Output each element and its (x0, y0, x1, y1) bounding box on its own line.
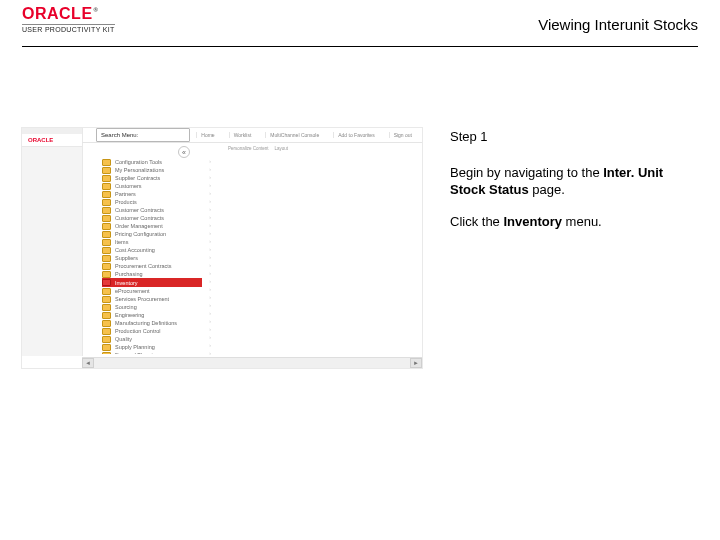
menu-item-label: Customer Contracts (115, 207, 164, 213)
brand-block: ORACLE ® USER PRODUCTIVITY KIT (22, 6, 115, 33)
menu-item[interactable]: Supply Planning (102, 343, 202, 351)
instruction-line-1: Begin by navigating to the Inter. Unit S… (450, 164, 698, 199)
tab-home[interactable]: Home (196, 132, 218, 138)
folder-icon (102, 159, 111, 166)
chevron-right-icon: › (206, 166, 214, 174)
menu-item[interactable]: Customer Contracts (102, 206, 202, 214)
menu-item-label: Supply Planning (115, 344, 155, 350)
menu-item[interactable]: Sourcing (102, 303, 202, 311)
folder-icon (102, 352, 111, 355)
horizontal-scrollbar[interactable]: ◄ ► (82, 357, 422, 368)
menu-item-label: My Personalizations (115, 167, 164, 173)
menu-item-label: Partners (115, 191, 136, 197)
chevron-right-icon: › (206, 302, 214, 310)
chevron-right-icon: › (206, 206, 214, 214)
folder-icon (102, 320, 111, 327)
search-menu-box[interactable]: Search Menu: (96, 128, 190, 142)
folder-icon (102, 207, 111, 214)
chevron-right-icon: › (206, 214, 214, 222)
content-header-links: Personalize Content Layout (222, 142, 422, 154)
folder-icon (102, 263, 111, 270)
chevron-right-icon: › (206, 158, 214, 166)
menu-item-inventory[interactable]: Inventory (102, 278, 202, 287)
menu-item-label: Order Management (115, 223, 163, 229)
nav-menu-chevrons: ››››››››››››››››››››››››››› (206, 158, 214, 354)
scroll-track[interactable] (94, 359, 410, 367)
menu-item[interactable]: Quality (102, 335, 202, 343)
menu-item[interactable]: Procurement Contracts (102, 262, 202, 270)
menu-item[interactable]: Manufacturing Definitions (102, 319, 202, 327)
menu-item[interactable]: Products (102, 198, 202, 206)
menu-item[interactable]: Cost Accounting (102, 246, 202, 254)
chevron-right-icon: › (206, 270, 214, 278)
chevron-right-icon: › (206, 310, 214, 318)
menu-item[interactable]: My Personalizations (102, 166, 202, 174)
link-personalize[interactable]: Personalize Content (228, 146, 269, 151)
menu-item[interactable]: Partners (102, 190, 202, 198)
tab-mcc[interactable]: MultiChannel Console (265, 132, 323, 138)
menu-item-label: Customer Contracts (115, 215, 164, 221)
text: page. (529, 182, 565, 197)
chevron-right-icon: › (206, 174, 214, 182)
chevron-right-icon: › (206, 230, 214, 238)
folder-icon (102, 215, 111, 222)
chevron-right-icon: › (206, 278, 214, 286)
oracle-logo-text: ORACLE (22, 6, 93, 22)
menu-item-label: Manufacturing Definitions (115, 320, 177, 326)
oracle-logo: ORACLE ® (22, 6, 115, 22)
page-title: Viewing Interunit Stocks (538, 16, 698, 33)
menu-item[interactable]: Purchasing (102, 270, 202, 278)
menu-item[interactable]: Suppliers (102, 254, 202, 262)
menu-item[interactable]: Customer Contracts (102, 214, 202, 222)
chevron-right-icon: › (206, 238, 214, 246)
menu-item-label: Purchasing (115, 271, 143, 277)
folder-icon (102, 231, 111, 238)
chevron-right-icon: › (206, 182, 214, 190)
menu-item[interactable]: Customers (102, 182, 202, 190)
menu-item[interactable]: eProcurement (102, 287, 202, 295)
left-rail: ORACLE (22, 128, 83, 356)
menu-item[interactable]: Configuration Tools (102, 158, 202, 166)
instruction-line-2: Click the Inventory menu. (450, 213, 698, 231)
text: Click the (450, 214, 503, 229)
menu-item[interactable]: Order Management (102, 222, 202, 230)
tab-worklist[interactable]: Worklist (229, 132, 256, 138)
menu-item[interactable]: Demand Planning (102, 351, 202, 354)
menu-item[interactable]: Production Control (102, 327, 202, 335)
folder-icon (102, 183, 111, 190)
menu-item-label: Demand Planning (115, 352, 159, 354)
menu-item[interactable]: Services Procurement (102, 295, 202, 303)
folder-icon (102, 296, 111, 303)
folder-icon (102, 288, 111, 295)
trademark-icon: ® (94, 7, 99, 13)
tab-favorites[interactable]: Add to Favorites (333, 132, 378, 138)
chevron-right-icon: › (206, 198, 214, 206)
menu-item-label: eProcurement (115, 288, 150, 294)
link-layout[interactable]: Layout (275, 146, 289, 151)
collapse-icon[interactable]: « (178, 146, 190, 158)
nav-menu: Configuration ToolsMy PersonalizationsSu… (102, 158, 202, 354)
menu-item-label: Pricing Configuration (115, 231, 166, 237)
folder-icon (102, 336, 111, 343)
folder-icon (102, 344, 111, 351)
menu-item-label: Procurement Contracts (115, 263, 172, 269)
menu-item-label: Inventory (115, 280, 138, 286)
instructions-panel: Step 1 Begin by navigating to the Inter.… (422, 128, 698, 500)
text: Begin by navigating to the (450, 165, 603, 180)
menu-item[interactable]: Engineering (102, 311, 202, 319)
menu-item-label: Configuration Tools (115, 159, 162, 165)
folder-icon (102, 312, 111, 319)
chevron-right-icon: › (206, 222, 214, 230)
menu-item-label: Cost Accounting (115, 247, 155, 253)
menu-item[interactable]: Supplier Contracts (102, 174, 202, 182)
menu-item-label: Production Control (115, 328, 161, 334)
menu-item[interactable]: Pricing Configuration (102, 230, 202, 238)
scroll-left-icon[interactable]: ◄ (82, 358, 94, 368)
menu-item-label: Supplier Contracts (115, 175, 160, 181)
chevron-right-icon: › (206, 190, 214, 198)
folder-icon (102, 247, 111, 254)
menu-item[interactable]: Items (102, 238, 202, 246)
tab-signout[interactable]: Sign out (389, 132, 416, 138)
scroll-right-icon[interactable]: ► (410, 358, 422, 368)
bold-menu-name: Inventory (503, 214, 562, 229)
